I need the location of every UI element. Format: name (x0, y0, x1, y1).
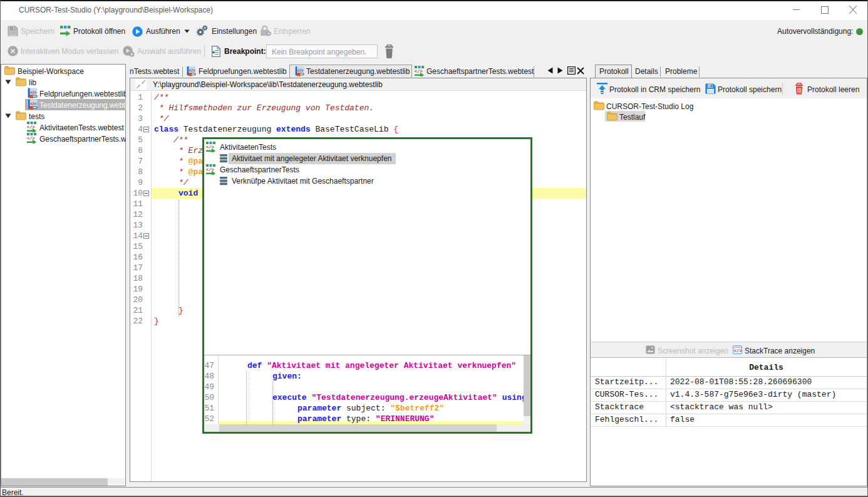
svg-text:</>: </> (734, 348, 742, 353)
svg-text:</>: </> (27, 125, 35, 130)
svg-text:</>: </> (30, 90, 37, 95)
svg-text:</>: </> (30, 101, 37, 107)
svg-text:</>: </> (415, 69, 423, 74)
svg-text:</>: </> (206, 145, 214, 150)
svg-text:</>: </> (189, 68, 195, 73)
svg-text:</>: </> (297, 68, 304, 73)
svg-text:</>: </> (27, 136, 35, 141)
svg-text:</>: </> (206, 167, 214, 172)
